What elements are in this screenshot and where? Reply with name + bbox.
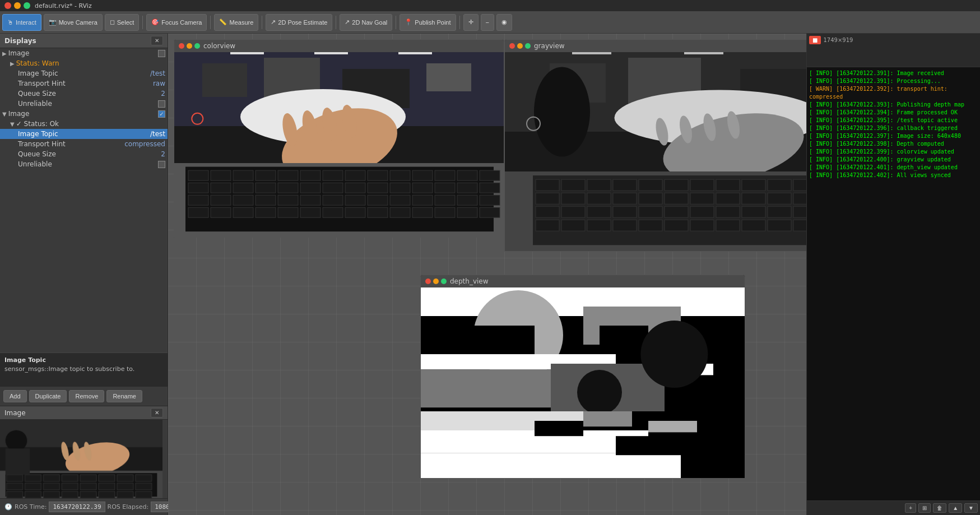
clock-icon: 🕐 bbox=[4, 503, 12, 511]
terminal-line: [ INFO] [1634720122.402]: All views sync… bbox=[809, 171, 978, 179]
image2-checkbox[interactable]: ✓ bbox=[158, 110, 165, 118]
measure-icon: 📏 bbox=[219, 18, 227, 26]
win-maximize-dot[interactable] bbox=[194, 43, 200, 49]
colorview-header[interactable]: colorview bbox=[174, 40, 504, 52]
duplicate-button[interactable]: Duplicate bbox=[29, 390, 67, 402]
focus-camera-icon: 🎯 bbox=[151, 18, 159, 26]
pose-estimate-button[interactable]: ↗ 2D Pose Estimate bbox=[266, 14, 332, 31]
minus-icon: − bbox=[486, 19, 489, 26]
right-plus-button[interactable]: + bbox=[905, 503, 916, 513]
win-minimize-dot[interactable] bbox=[433, 279, 439, 284]
tree-queue-size-2[interactable]: Queue Size 2 bbox=[0, 149, 168, 159]
rename-button[interactable]: Rename bbox=[106, 390, 142, 402]
tree-unreliable-1[interactable]: Unreliable bbox=[0, 99, 168, 109]
tree-status-ok[interactable]: ▼ ✓ Status: Ok bbox=[0, 119, 168, 129]
tree-image-topic-1[interactable]: Image Topic /test bbox=[0, 68, 168, 78]
arrow-icon: ▼ bbox=[2, 111, 7, 117]
main-area: Displays ✕ ▶ Image ▶ Status: Warn Image … bbox=[0, 34, 980, 515]
terminal-line: [ INFO] [1634720122.400]: grayview updat… bbox=[809, 156, 978, 164]
focus-camera-button[interactable]: 🎯 Focus Camera bbox=[146, 14, 207, 31]
interact-icon: 🖱 bbox=[7, 19, 13, 26]
terminal-line: [ INFO] [1634720122.401]: depth_view upd… bbox=[809, 164, 978, 171]
terminal-area[interactable]: [ INFO] [1634720122.391]: Image received… bbox=[807, 67, 980, 500]
toolbar-sep-4 bbox=[336, 16, 336, 29]
info-title: Image Topic bbox=[4, 356, 163, 364]
maximize-dot[interactable] bbox=[24, 2, 30, 9]
right-down-button[interactable]: ▼ bbox=[964, 503, 978, 513]
toolbar-sep-2 bbox=[210, 16, 211, 29]
crosshair-button[interactable]: ✛ bbox=[463, 14, 479, 31]
pose-estimate-icon: ↗ bbox=[271, 18, 276, 26]
colorview-window[interactable]: colorview bbox=[174, 39, 504, 238]
tree-image-topic-2[interactable]: Image Topic /test bbox=[0, 129, 168, 139]
image-panel: Image ✕ bbox=[0, 406, 168, 498]
terminal-line: [ INFO] [1634720122.395]: /test topic ac… bbox=[809, 117, 978, 124]
win-close-dot[interactable] bbox=[179, 43, 184, 49]
interact-button[interactable]: 🖱 Interact bbox=[2, 14, 41, 31]
unreliable2-checkbox[interactable] bbox=[158, 161, 165, 168]
tree-status-warn[interactable]: ▶ Status: Warn bbox=[0, 58, 168, 68]
tree-queue-size-1[interactable]: Queue Size 2 bbox=[0, 89, 168, 99]
displays-close-button[interactable]: ✕ bbox=[151, 36, 163, 45]
right-grid-button[interactable]: ⊞ bbox=[918, 503, 931, 513]
ros-elapsed-label: ROS Elapsed: bbox=[108, 503, 149, 511]
ros-time-label: ROS Time: bbox=[15, 503, 47, 511]
select-button[interactable]: ◻ Select bbox=[105, 14, 140, 31]
terminal-line: [ INFO] [1634720122.396]: callback trigg… bbox=[809, 124, 978, 132]
window-title: default.rviz* - RViz bbox=[35, 2, 92, 10]
minimize-dot[interactable] bbox=[14, 2, 21, 9]
terminal-line: [ INFO] [1634720122.399]: colorview upda… bbox=[809, 148, 978, 156]
tree-transport-hint-2[interactable]: Transport Hint compressed bbox=[0, 139, 168, 149]
win-maximize-dot[interactable] bbox=[441, 279, 447, 284]
move-camera-button[interactable]: 📷 Move Camera bbox=[44, 14, 103, 31]
minus-button[interactable]: − bbox=[481, 14, 494, 31]
measure-button[interactable]: 📏 Measure bbox=[214, 14, 258, 31]
tree-unreliable-2[interactable]: Unreliable bbox=[0, 159, 168, 169]
remove-button[interactable]: Remove bbox=[69, 390, 104, 402]
terminal-line: [ INFO] [1634720122.391]: Image received bbox=[809, 69, 978, 77]
arrow-icon: ▶ bbox=[10, 61, 15, 67]
right-panel-top: ■ 980×515 bbox=[807, 34, 980, 67]
add-button[interactable]: Add bbox=[3, 390, 27, 402]
displays-panel: Displays ✕ ▶ Image ▶ Status: Warn Image … bbox=[0, 34, 168, 386]
unreliable1-checkbox[interactable] bbox=[158, 100, 165, 108]
grayview-title: grayview bbox=[534, 42, 565, 50]
crosshair-icon: ✛ bbox=[468, 18, 473, 26]
depth-view-content bbox=[421, 287, 745, 478]
toolbar-sep-3 bbox=[262, 16, 262, 29]
tree-transport-hint-1[interactable]: Transport Hint raw bbox=[0, 78, 168, 89]
right-up-button[interactable]: ▲ bbox=[949, 503, 962, 513]
displays-header: Displays ✕ bbox=[0, 34, 168, 48]
window-controls bbox=[4, 2, 30, 9]
grayview-header[interactable]: grayview bbox=[505, 40, 806, 52]
right-panel: ■ 980×515 [ INFO] [1634720122.391]: Ima… bbox=[806, 34, 980, 515]
toolbar: 🖱 Interact 📷 Move Camera ◻ Select 🎯 Focu… bbox=[0, 11, 980, 34]
close-dot[interactable] bbox=[4, 2, 11, 9]
red-bar: ■ bbox=[809, 36, 821, 44]
image-panel-close[interactable]: ✕ bbox=[151, 408, 163, 417]
nav-goal-button[interactable]: ↗ 2D Nav Goal bbox=[340, 14, 392, 31]
tree-image-2[interactable]: ▼ Image ✓ bbox=[0, 109, 168, 119]
win-minimize-dot[interactable] bbox=[187, 43, 192, 49]
win-controls bbox=[509, 43, 531, 49]
publish-point-button[interactable]: 📍 Publish Point bbox=[400, 14, 456, 31]
depth-view-window[interactable]: depth_view bbox=[420, 275, 745, 479]
win-close-dot[interactable] bbox=[509, 43, 515, 49]
right-trash-button[interactable]: 🗑 bbox=[933, 503, 946, 513]
image1-checkbox[interactable] bbox=[158, 50, 165, 57]
win-maximize-dot[interactable] bbox=[525, 43, 531, 49]
tree-image-1[interactable]: ▶ Image bbox=[0, 48, 168, 58]
win-minimize-dot[interactable] bbox=[517, 43, 523, 49]
arrow-icon: ▼ bbox=[10, 121, 15, 127]
toolbar-sep-6 bbox=[459, 16, 460, 29]
depth-view-title: depth_view bbox=[450, 277, 489, 285]
colorview-canvas bbox=[174, 52, 504, 237]
displays-tree: ▶ Image ▶ Status: Warn Image Topic /test… bbox=[0, 48, 168, 352]
right-panel-toolbar: + ⊞ 🗑 ▲ ▼ bbox=[807, 500, 980, 515]
win-close-dot[interactable] bbox=[425, 279, 431, 284]
depth-view-header[interactable]: depth_view bbox=[421, 275, 745, 287]
grayview-window[interactable]: grayview bbox=[504, 39, 806, 252]
right-top-label: 980×515 bbox=[823, 37, 853, 43]
display-button[interactable]: ◉ bbox=[496, 14, 512, 31]
info-box: Image Topic sensor_msgs::Image topic to … bbox=[0, 352, 168, 386]
